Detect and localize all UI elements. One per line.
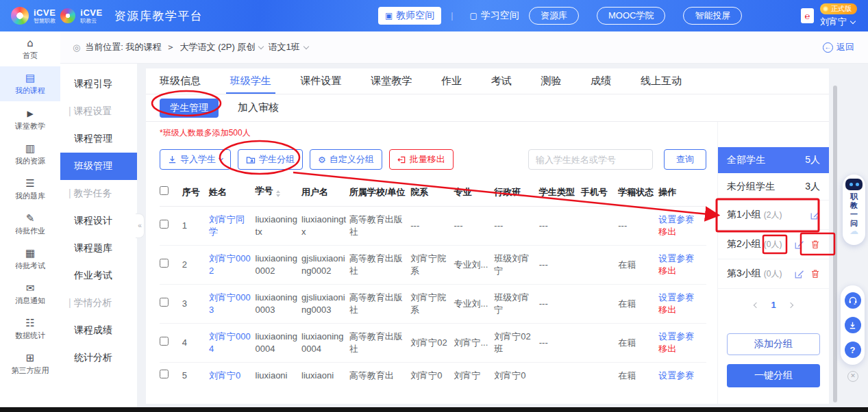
submenu-course-management[interactable]: 课程管理 bbox=[60, 125, 137, 153]
student-name-link[interactable]: 刘宵宁0002 bbox=[209, 246, 256, 285]
statistics-icon bbox=[0, 318, 60, 329]
group-row-3[interactable]: 第3小组 (0人) bbox=[718, 259, 829, 289]
ungrouped-students-row[interactable]: 未分组学生 3人 bbox=[718, 173, 829, 201]
breadcrumb-bar: 当前位置: 我的课程 ＞ 大学语文 (2P) 原创 语文1班 返回 bbox=[60, 31, 868, 64]
set-competition-link[interactable]: 设置参赛 bbox=[658, 292, 704, 304]
row-checkbox[interactable] bbox=[160, 370, 169, 378]
help-button[interactable] bbox=[845, 342, 861, 358]
close-floating-toolbar-button[interactable] bbox=[847, 371, 858, 382]
add-group-button[interactable]: 添加分组 bbox=[727, 333, 820, 355]
cell-admin-class: 班级刘宵宁 bbox=[494, 246, 538, 285]
tab-homework[interactable]: 作业 bbox=[441, 68, 462, 94]
tab-classroom-teaching[interactable]: 课堂教学 bbox=[371, 68, 412, 94]
prev-page-icon[interactable] bbox=[754, 302, 759, 307]
student-name-link[interactable]: 刘宵宁同学 bbox=[209, 207, 256, 246]
all-students-row[interactable]: 全部学生 5人 bbox=[718, 147, 829, 173]
row-checkbox[interactable] bbox=[160, 220, 169, 229]
back-button[interactable]: 返回 bbox=[823, 41, 854, 53]
remove-link[interactable]: 移出 bbox=[658, 343, 704, 355]
query-button[interactable]: 查询 bbox=[664, 149, 706, 170]
submenu-collapse-handle[interactable] bbox=[136, 214, 145, 238]
rail-item-notifications[interactable]: 消息通知 bbox=[0, 276, 60, 311]
tab-online-interaction[interactable]: 线上互动 bbox=[641, 68, 682, 94]
app-doc-icon[interactable] bbox=[801, 8, 814, 23]
rail-item-my-courses[interactable]: 我的课程 bbox=[0, 66, 60, 101]
cell-student-no: liuxiaoningtx bbox=[256, 207, 302, 246]
breadcrumb-class-dropdown[interactable]: 语文1班 bbox=[268, 41, 308, 53]
submenu-course-question-bank[interactable]: 课程题库 bbox=[60, 235, 137, 262]
download-button[interactable] bbox=[845, 317, 861, 333]
vertical-scrollbar[interactable] bbox=[833, 86, 837, 402]
rail-label: 我的资源 bbox=[15, 157, 45, 165]
set-competition-link[interactable]: 设置参赛 bbox=[658, 331, 704, 343]
group-row-2[interactable]: 第2小组 (0人) bbox=[718, 230, 829, 259]
submenu-class-management[interactable]: 班级管理 bbox=[60, 153, 137, 180]
student-grouping-button[interactable]: 学生分组 bbox=[238, 149, 303, 170]
submenu-section-learning-analysis: 学情分析 bbox=[60, 289, 137, 317]
rail-item-statistics[interactable]: 数据统计 bbox=[0, 311, 60, 346]
learning-space-button[interactable]: ▢ 学习空间 bbox=[462, 7, 525, 25]
submenu-course-grades[interactable]: 课程成绩 bbox=[60, 317, 137, 344]
submenu-course-guide[interactable]: 课程引导 bbox=[60, 70, 137, 98]
rail-item-question-bank[interactable]: 我的题库 bbox=[0, 172, 60, 207]
custom-grouping-button[interactable]: 自定义分组 bbox=[310, 149, 382, 170]
tab-grades[interactable]: 成绩 bbox=[591, 68, 611, 94]
tab-exam[interactable]: 考试 bbox=[491, 68, 512, 94]
student-name-link[interactable]: 刘宵宁0004 bbox=[209, 324, 256, 363]
submenu-statistical-analysis[interactable]: 统计分析 bbox=[60, 344, 137, 372]
customer-service-button[interactable] bbox=[845, 292, 861, 309]
teacher-space-button[interactable]: ▣ 教师空间 bbox=[378, 7, 441, 25]
set-competition-link[interactable]: 设置参赛 bbox=[658, 214, 704, 226]
remove-link[interactable]: 移出 bbox=[658, 304, 704, 316]
groups-pagination: 1 bbox=[718, 300, 829, 310]
remove-link[interactable]: 移出 bbox=[658, 265, 704, 277]
set-competition-link[interactable]: 设置参赛 bbox=[658, 253, 704, 265]
delete-icon[interactable] bbox=[810, 269, 820, 279]
edit-icon[interactable] bbox=[794, 269, 804, 279]
rail-item-classroom-teaching[interactable]: 课堂教学 bbox=[0, 101, 60, 137]
group-row-1[interactable]: 第1小组 (2人) bbox=[718, 201, 829, 230]
submenu-course-design[interactable]: 课程设计 bbox=[60, 207, 137, 235]
breadcrumb-course-dropdown[interactable]: 大学语文 (2P) 原创 bbox=[180, 41, 264, 53]
set-competition-link[interactable]: 设置参赛 bbox=[658, 370, 704, 382]
row-checkbox[interactable] bbox=[160, 337, 169, 346]
select-all-checkbox[interactable] bbox=[160, 186, 169, 195]
cell-username: gjsliuxiaoning0003 bbox=[301, 285, 349, 324]
student-name-link[interactable]: 刘宵宁0 bbox=[209, 363, 256, 389]
row-checkbox[interactable] bbox=[160, 259, 169, 268]
cell-status: 在籍 bbox=[618, 285, 658, 324]
remove-link[interactable]: 移出 bbox=[658, 226, 704, 238]
tab-quiz[interactable]: 测验 bbox=[541, 68, 562, 94]
assistant-widget[interactable]: 职教一问 bbox=[843, 175, 865, 245]
rail-item-home[interactable]: 首页 bbox=[0, 31, 60, 66]
smart-screencast-button[interactable]: 智能投屏 bbox=[683, 7, 742, 25]
resource-library-button[interactable]: 资源库 bbox=[529, 7, 579, 25]
batch-remove-button[interactable]: 批量移出 bbox=[389, 149, 454, 170]
delete-icon[interactable] bbox=[810, 240, 820, 249]
row-checkbox[interactable] bbox=[160, 298, 169, 307]
import-students-button[interactable]: 导入学生 bbox=[160, 149, 231, 170]
edit-icon[interactable] bbox=[810, 210, 820, 220]
tab-class-students[interactable]: 班级学生 bbox=[230, 68, 271, 94]
rail-item-my-resources[interactable]: 我的资源 bbox=[0, 137, 60, 172]
one-click-group-button[interactable]: 一键分组 bbox=[727, 364, 820, 387]
group-count: (0人) bbox=[764, 239, 782, 250]
rail-item-pending-exam[interactable]: 待批考试 bbox=[0, 242, 60, 276]
next-page-icon[interactable] bbox=[787, 302, 793, 307]
tab-class-info[interactable]: 班级信息 bbox=[160, 68, 201, 94]
tab-courseware-settings[interactable]: 课件设置 bbox=[301, 68, 342, 94]
student-search-input[interactable] bbox=[528, 149, 653, 170]
user-menu[interactable]: 刘宵宁 bbox=[820, 16, 855, 28]
edit-icon[interactable] bbox=[794, 240, 804, 250]
subtab-student-management[interactable]: 学生管理 bbox=[160, 99, 219, 118]
current-page[interactable]: 1 bbox=[771, 300, 776, 310]
subtab-join-review[interactable]: 加入审核 bbox=[238, 101, 279, 114]
mooc-academy-button[interactable]: MOOC学院 bbox=[597, 7, 665, 25]
col-student-no-label: 学号 bbox=[256, 185, 273, 196]
group-name: 第1小组 bbox=[727, 209, 761, 221]
rail-item-third-party-apps[interactable]: 第三方应用 bbox=[0, 346, 60, 381]
rail-item-pending-homework[interactable]: 待批作业 bbox=[0, 207, 60, 242]
sort-icon[interactable] bbox=[276, 188, 280, 199]
submenu-homework-exam[interactable]: 作业考试 bbox=[60, 262, 137, 289]
student-name-link[interactable]: 刘宵宁0003 bbox=[209, 285, 256, 324]
